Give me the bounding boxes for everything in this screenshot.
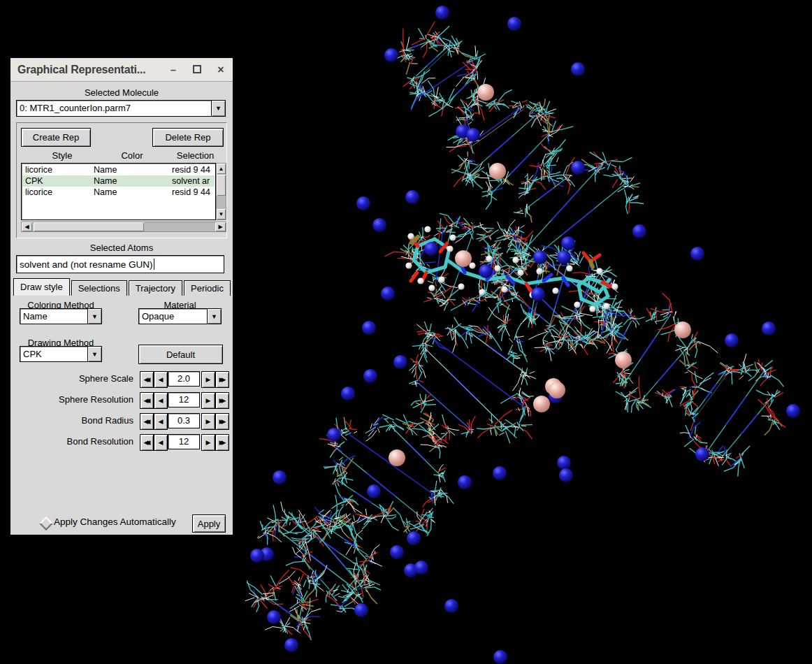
spin-decrement-icon[interactable]: ◀ [154,371,168,388]
material-dropdown[interactable]: Opaque ▼ [138,308,222,324]
column-header-style: Style [31,150,94,161]
spin-fast-increment-icon[interactable]: ▶▶ [215,392,229,409]
vertical-scroll-thumb[interactable] [217,175,226,196]
create-rep-button[interactable]: Create Rep [21,128,91,147]
spinner-value-bond-resolution[interactable]: 12 [168,434,200,449]
coloring-method-dropdown[interactable]: Name ▼ [20,308,102,324]
rep-list: licoriceNameresid 9 44CPKNamesolvent arl… [21,163,216,220]
drawing-method-value: CPK [20,347,87,361]
drawing-method-dropdown[interactable]: CPK ▼ [20,346,102,362]
spin-fast-increment-icon[interactable]: ▶▶ [215,434,229,451]
window-titlebar[interactable]: Graphical Representati... – × [10,58,233,82]
minimize-icon[interactable]: – [168,65,178,75]
rep-cell: Name [94,165,117,175]
text-caret [154,259,154,270]
scroll-right-icon[interactable]: ▶ [215,222,226,231]
tab-periodic[interactable]: Periodic [184,280,231,296]
horizontal-scroll-thumb[interactable] [34,222,144,231]
column-header-color: Color [101,150,164,161]
apply-button[interactable]: Apply [192,514,226,533]
scroll-left-icon[interactable]: ◀ [22,222,32,231]
spin-fast-decrement-icon[interactable]: ◀◀ [140,434,154,451]
apply-row: Apply Changes Automatically Apply [10,514,233,533]
spinner-label: Bond Resolution [10,434,136,449]
spin-fast-increment-icon[interactable]: ▶▶ [215,413,229,430]
delete-rep-button[interactable]: Delete Rep [152,128,224,147]
default-button[interactable]: Default [138,345,223,364]
selected-atoms-value: solvent and (not resname GUN) [20,259,153,270]
chevron-down-icon[interactable]: ▼ [87,347,101,361]
rep-list-horizontal-scrollbar[interactable]: ◀ ▶ [21,222,226,232]
rep-cell: licorice [25,187,52,197]
selected-atoms-label: Selected Atoms [10,243,233,253]
spinner-label: Bond Radius [10,413,136,428]
tab-bar: Draw styleSelectionsTrajectoryPeriodic [13,278,232,296]
chevron-down-icon[interactable]: ▼ [207,309,221,324]
scroll-down-icon[interactable]: ▼ [217,209,226,219]
tab-draw-style[interactable]: Draw style [13,278,70,296]
selected-molecule-label: Selected Molecule [10,87,233,98]
rep-cell: resid 9 44 [172,165,210,175]
rep-cell: Name [94,187,117,197]
spinner-value-sphere-scale[interactable]: 2.0 [168,371,200,387]
close-icon[interactable]: × [216,65,226,75]
spinner-value-bond-radius[interactable]: 0.3 [168,413,200,428]
apply-auto-label: Apply Changes Automatically [54,517,176,527]
maximize-icon[interactable] [192,65,202,75]
graphical-representations-window: Graphical Representati... – × Selected M… [10,57,233,535]
window-title: Graphical Representati... [17,64,146,76]
rep-cell: licorice [25,165,52,175]
selected-atoms-input[interactable]: solvent and (not resname GUN) [16,255,224,273]
spin-fast-decrement-icon[interactable]: ◀◀ [140,413,154,430]
spin-decrement-icon[interactable]: ◀ [154,434,168,451]
representation-panel: Create Rep Delete Rep Style Color Select… [16,122,227,238]
spin-fast-increment-icon[interactable]: ▶▶ [215,371,229,388]
selected-molecule-dropdown[interactable]: 0: MTR1_counterIon.parm7 ▼ [16,100,226,117]
rep-cell: CPK [25,176,43,186]
rep-table-row[interactable]: licoriceNameresid 9 44 [22,187,215,198]
spin-fast-decrement-icon[interactable]: ◀◀ [140,392,154,409]
spin-increment-icon[interactable]: ▶ [201,413,215,430]
tab-trajectory[interactable]: Trajectory [129,280,182,296]
material-value: Opaque [139,309,207,324]
spinner-label: Sphere Resolution [10,392,136,407]
spin-decrement-icon[interactable]: ◀ [154,392,168,409]
spin-increment-icon[interactable]: ▶ [201,371,215,388]
spin-increment-icon[interactable]: ▶ [201,434,215,451]
chevron-down-icon[interactable]: ▼ [87,309,101,324]
spinner-value-sphere-resolution[interactable]: 12 [168,392,200,407]
selected-molecule-value: 0: MTR1_counterIon.parm7 [17,101,211,116]
tab-selections[interactable]: Selections [71,280,127,296]
scroll-up-icon[interactable]: ▲ [217,164,226,174]
rep-table-row[interactable]: CPKNamesolvent ar [22,175,215,187]
rep-cell: solvent ar [172,176,210,186]
spinner-label: Sphere Scale [10,371,136,387]
apply-auto-checkbox[interactable] [39,517,53,531]
column-header-selection: Selection [162,150,229,161]
spin-increment-icon[interactable]: ▶ [201,392,215,409]
rep-list-vertical-scrollbar[interactable]: ▲ ▼ [216,163,226,220]
spin-decrement-icon[interactable]: ◀ [154,413,168,430]
rep-table-row[interactable]: licoriceNameresid 9 44 [22,164,215,175]
rep-cell: Name [94,176,117,186]
rep-cell: resid 9 44 [172,187,210,197]
chevron-down-icon[interactable]: ▼ [211,101,225,116]
spin-fast-decrement-icon[interactable]: ◀◀ [140,371,154,388]
coloring-method-value: Name [20,309,87,324]
